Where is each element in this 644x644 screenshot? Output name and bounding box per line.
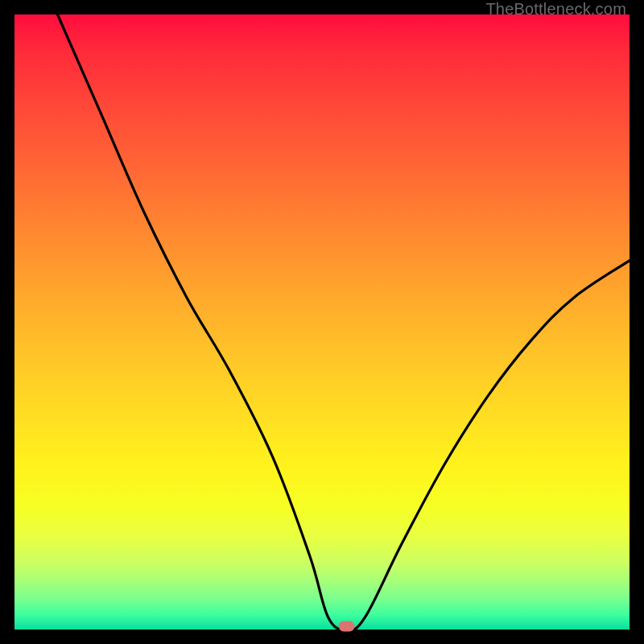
chart-frame: TheBottleneck.com bbox=[0, 0, 644, 644]
minimum-marker bbox=[339, 621, 355, 632]
bottleneck-curve-svg bbox=[14, 14, 630, 630]
bottleneck-curve bbox=[58, 14, 630, 630]
plot-area bbox=[14, 14, 630, 630]
